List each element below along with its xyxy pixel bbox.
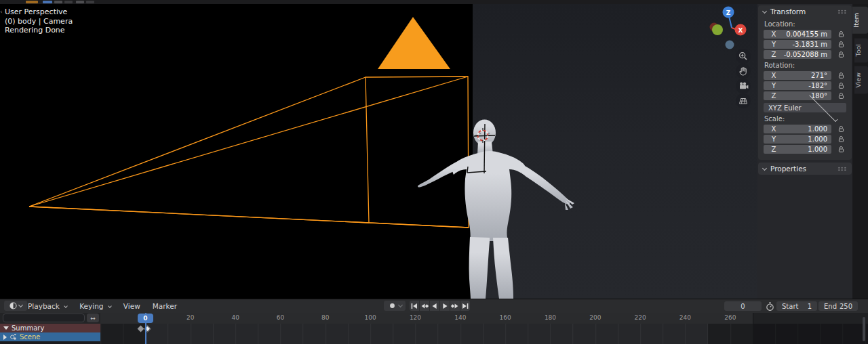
channel-row-summary[interactable]: Summary	[0, 324, 100, 332]
tab-item[interactable]: Item	[852, 7, 868, 34]
transform-panel-header[interactable]: Transform	[758, 5, 852, 18]
playhead-frame-badge[interactable]: 0	[138, 314, 153, 323]
human-model[interactable]	[418, 120, 574, 299]
channel-search-row: ↔	[0, 313, 100, 324]
current-frame-field[interactable]: 0	[724, 301, 762, 311]
timeline-menus: Playback Keying ViewMarker	[22, 299, 183, 313]
panel-grip-icon[interactable]	[837, 167, 846, 171]
location-row: X0.004155 m	[764, 29, 852, 39]
unlock-icon[interactable]	[837, 135, 845, 143]
search-input[interactable]	[5, 315, 87, 322]
auto-keying-button[interactable]	[384, 301, 406, 311]
tab-tool[interactable]: Tool	[854, 38, 868, 62]
grid-ortho-icon[interactable]	[736, 93, 751, 108]
expand-triangle-icon[interactable]	[3, 335, 7, 340]
chevron-down-icon	[397, 303, 402, 307]
unlock-icon[interactable]	[837, 41, 845, 48]
sidebar-toggle-arrow[interactable]: ‹	[0, 8, 3, 15]
collapse-triangle-icon[interactable]	[3, 326, 9, 330]
timeline-ruler[interactable]: 20406080100120140160180200220240260 ↔ 0	[0, 313, 868, 324]
previous-keyframe-button[interactable]	[420, 301, 429, 311]
mode-chip[interactable]	[76, 1, 84, 3]
navigation-gizmo[interactable]: Z X	[709, 5, 751, 56]
blender-window: ‹ User Perspective (0) body | Camera Ren…	[0, 0, 868, 344]
camera-view-icon[interactable]	[736, 79, 751, 93]
location-y-field[interactable]: Y-3.1831 m	[764, 40, 831, 49]
start-frame-value: 1	[808, 303, 812, 310]
scale-z-field[interactable]: Z1.000	[764, 145, 831, 154]
transport-controls	[410, 301, 470, 311]
channel-search-box[interactable]	[3, 314, 85, 322]
end-frame-field[interactable]: End 250	[818, 301, 858, 311]
menu-playback[interactable]: Playback	[22, 302, 73, 310]
panel-title: Transform	[770, 7, 837, 16]
rotation-z-field[interactable]: Z180°	[764, 91, 831, 100]
rotation-y-field[interactable]: Y-182°	[764, 81, 831, 90]
ruler-tick: 240	[679, 314, 691, 321]
hand-icon[interactable]	[736, 64, 751, 79]
properties-panel-header[interactable]: Properties	[758, 163, 852, 175]
expand-collapse-handle[interactable]: ↔	[87, 314, 99, 322]
play-reverse-button[interactable]	[430, 301, 439, 311]
menu-marker[interactable]: Marker	[146, 302, 183, 310]
view-name-label: User Perspective	[5, 7, 73, 17]
timeline-tracks[interactable]: Summary Scene	[0, 324, 868, 344]
axis-ball-negz[interactable]	[726, 41, 734, 49]
viewport-3d[interactable]: ‹ User Perspective (0) body | Camera Ren…	[0, 4, 757, 299]
mode-chip[interactable]	[54, 1, 62, 3]
stopwatch-icon[interactable]	[765, 301, 775, 311]
rotation-label: Rotation:	[764, 62, 852, 69]
unlock-icon[interactable]	[837, 146, 845, 153]
location-z-field[interactable]: Z-0.052088 m	[764, 50, 831, 59]
viewport-canvas[interactable]	[0, 4, 757, 299]
unlock-icon[interactable]	[837, 51, 845, 58]
camera-up-triangle[interactable]	[378, 17, 450, 69]
record-icon	[388, 301, 397, 310]
unlock-icon[interactable]	[837, 125, 845, 133]
jump-to-start-button[interactable]	[410, 301, 419, 311]
mode-chip[interactable]	[64, 1, 73, 3]
location-x-field[interactable]: X0.004155 m	[764, 30, 831, 39]
zoom-icon[interactable]	[736, 49, 751, 64]
ruler-tick: 60	[277, 314, 284, 321]
ruler-ticks: 20406080100120140160180200220240260	[0, 313, 868, 324]
play-button[interactable]	[440, 301, 450, 311]
location-row: Z-0.052088 m	[764, 49, 852, 59]
mode-chip-active[interactable]	[43, 1, 52, 3]
timeline-editor: Playback Keying ViewMarker 0 Start 1	[0, 299, 868, 344]
panel-grip-icon[interactable]	[837, 9, 846, 14]
active-object-label: (0) body | Camera	[5, 17, 73, 26]
ruler-tick: 40	[231, 314, 239, 321]
start-frame-field[interactable]: Start 1	[776, 301, 817, 311]
unlock-icon[interactable]	[837, 30, 845, 38]
mode-chip[interactable]	[86, 1, 94, 3]
tab-view[interactable]: View	[854, 66, 868, 94]
model-eye	[479, 133, 481, 135]
scale-x-field[interactable]: X1.000	[764, 125, 831, 133]
axis-ball-y[interactable]	[712, 24, 723, 35]
unlock-icon[interactable]	[837, 92, 845, 100]
scale-y-field[interactable]: Y1.000	[764, 135, 831, 144]
unlock-icon[interactable]	[837, 82, 845, 89]
menu-view[interactable]: View	[117, 302, 146, 310]
camera-frustum[interactable]	[29, 77, 469, 228]
rotation-x-field[interactable]: X271°	[764, 71, 831, 80]
ruler-tick: 260	[724, 314, 736, 321]
ruler-tick: 100	[365, 314, 376, 321]
timeline-scrollbar[interactable]	[863, 317, 865, 341]
editor-type-chip[interactable]	[26, 1, 38, 3]
menu-keying[interactable]: Keying	[73, 302, 117, 310]
start-frame-label: Start	[782, 303, 808, 310]
ruler-tick: 200	[589, 314, 601, 321]
chevron-down-icon	[762, 165, 767, 170]
unlock-icon[interactable]	[837, 72, 845, 79]
channel-row-scene[interactable]: Scene	[0, 332, 100, 341]
current-frame-value: 0	[741, 303, 745, 310]
jump-to-end-button[interactable]	[460, 301, 470, 311]
next-keyframe-button[interactable]	[450, 301, 460, 311]
rotation-rows: X271°Y-182°Z180°	[758, 70, 852, 100]
scale-row: Z1.000	[764, 144, 852, 154]
rotation-mode-dropdown[interactable]: XYZ Euler	[764, 103, 846, 112]
location-row: Y-3.1831 m	[764, 39, 852, 49]
ruler-tick: 20	[186, 314, 194, 321]
